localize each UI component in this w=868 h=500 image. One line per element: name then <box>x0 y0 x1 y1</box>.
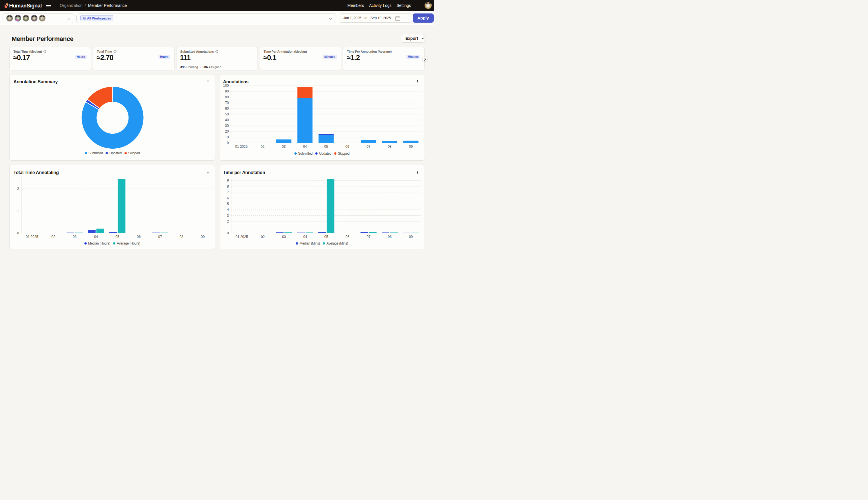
svg-text:03: 03 <box>282 235 286 239</box>
svg-text:60: 60 <box>225 106 229 111</box>
svg-text:70: 70 <box>225 101 229 105</box>
svg-text:4: 4 <box>227 208 229 212</box>
svg-text:8: 8 <box>227 184 229 188</box>
svg-text:90: 90 <box>225 89 229 93</box>
svg-text:06: 06 <box>345 235 349 239</box>
svg-text:9: 9 <box>227 179 229 182</box>
svg-text:3: 3 <box>227 213 229 217</box>
svg-text:80: 80 <box>225 95 229 99</box>
svg-text:09: 09 <box>409 145 413 149</box>
svg-text:01 2025: 01 2025 <box>235 145 248 149</box>
svg-text:02: 02 <box>261 235 265 239</box>
svg-text:06: 06 <box>345 145 349 149</box>
svg-text:0: 0 <box>227 141 229 145</box>
svg-text:2: 2 <box>17 187 19 191</box>
svg-text:50: 50 <box>225 112 229 116</box>
svg-text:02: 02 <box>51 235 56 239</box>
svg-text:04: 04 <box>94 235 98 239</box>
svg-text:100: 100 <box>223 84 228 88</box>
svg-text:6: 6 <box>227 196 229 200</box>
svg-text:0: 0 <box>17 231 19 235</box>
svg-text:08: 08 <box>388 235 392 239</box>
svg-text:03: 03 <box>282 145 286 149</box>
svg-text:08: 08 <box>388 145 392 149</box>
svg-text:09: 09 <box>409 235 413 239</box>
svg-text:06: 06 <box>137 235 141 239</box>
svg-text:05: 05 <box>116 235 120 239</box>
svg-text:02: 02 <box>261 145 265 149</box>
svg-text:08: 08 <box>179 235 184 239</box>
svg-text:0: 0 <box>227 231 229 235</box>
svg-text:2: 2 <box>227 219 229 223</box>
svg-text:05: 05 <box>324 145 328 149</box>
svg-text:05: 05 <box>324 235 328 239</box>
svg-text:07: 07 <box>158 235 162 239</box>
svg-text:03: 03 <box>73 235 77 239</box>
svg-text:1: 1 <box>17 209 19 213</box>
svg-text:01 2025: 01 2025 <box>235 235 248 239</box>
svg-text:30: 30 <box>225 124 229 128</box>
svg-text:04: 04 <box>303 235 307 239</box>
svg-text:07: 07 <box>366 145 371 149</box>
svg-text:40: 40 <box>225 118 229 122</box>
svg-text:04: 04 <box>303 145 307 149</box>
svg-text:1: 1 <box>227 225 229 229</box>
svg-text:01 2025: 01 2025 <box>26 235 38 239</box>
svg-text:10: 10 <box>225 135 229 139</box>
svg-text:07: 07 <box>366 235 371 239</box>
svg-text:5: 5 <box>227 202 229 206</box>
svg-text:09: 09 <box>201 235 205 239</box>
svg-text:20: 20 <box>225 129 229 134</box>
svg-text:7: 7 <box>227 190 229 194</box>
